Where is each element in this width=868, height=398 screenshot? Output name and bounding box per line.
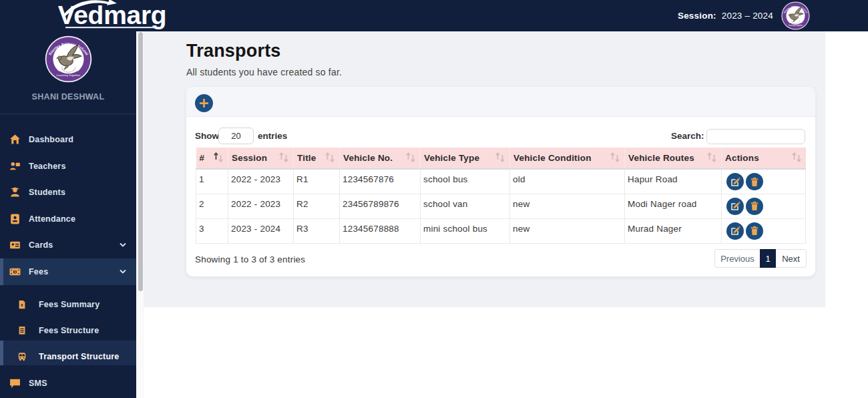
svg-text:Vedmarg: Vedmarg <box>58 1 167 29</box>
svg-text:x: x <box>21 303 23 307</box>
svg-text:0: 0 <box>14 269 17 274</box>
